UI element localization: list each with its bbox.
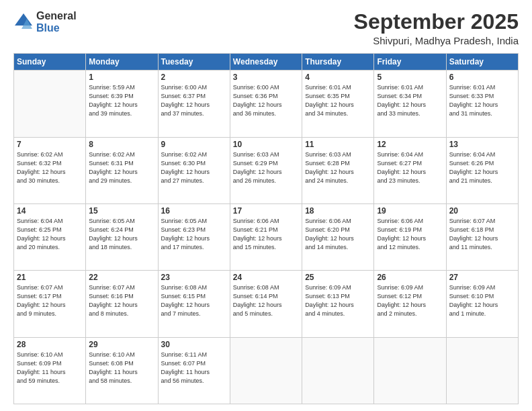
calendar-table: SundayMondayTuesdayWednesdayThursdayFrid… xyxy=(13,53,519,404)
day-number: 8 xyxy=(89,140,154,149)
calendar-cell: 11Sunrise: 6:03 AM Sunset: 6:28 PM Dayli… xyxy=(302,137,374,203)
day-info: Sunrise: 6:02 AM Sunset: 6:30 PM Dayligh… xyxy=(161,150,227,185)
calendar-cell: 27Sunrise: 6:09 AM Sunset: 6:10 PM Dayli… xyxy=(446,271,518,337)
day-info: Sunrise: 6:08 AM Sunset: 6:14 PM Dayligh… xyxy=(233,283,299,318)
day-number: 28 xyxy=(17,340,83,349)
calendar-header-sunday: Sunday xyxy=(14,54,86,71)
calendar-cell: 16Sunrise: 6:05 AM Sunset: 6:23 PM Dayli… xyxy=(158,203,230,270)
day-number: 17 xyxy=(233,206,299,216)
day-number: 6 xyxy=(449,73,515,82)
week-row-3: 14Sunrise: 6:04 AM Sunset: 6:25 PM Dayli… xyxy=(14,203,519,270)
calendar-header-saturday: Saturday xyxy=(446,54,518,71)
day-info: Sunrise: 6:01 AM Sunset: 6:33 PM Dayligh… xyxy=(449,83,515,118)
day-number: 4 xyxy=(305,73,371,82)
calendar-cell: 7Sunrise: 6:02 AM Sunset: 6:32 PM Daylig… xyxy=(14,137,86,203)
calendar-header-wednesday: Wednesday xyxy=(230,54,302,71)
calendar-cell: 12Sunrise: 6:04 AM Sunset: 6:27 PM Dayli… xyxy=(374,137,446,203)
day-number: 23 xyxy=(161,273,227,282)
day-number: 29 xyxy=(89,340,154,349)
calendar-cell: 3Sunrise: 6:00 AM Sunset: 6:36 PM Daylig… xyxy=(230,71,302,137)
calendar-cell: 15Sunrise: 6:05 AM Sunset: 6:24 PM Dayli… xyxy=(86,203,158,270)
logo: General Blue xyxy=(13,10,77,34)
calendar-cell xyxy=(302,337,374,404)
calendar-cell: 25Sunrise: 6:09 AM Sunset: 6:13 PM Dayli… xyxy=(302,271,374,337)
day-info: Sunrise: 5:59 AM Sunset: 6:39 PM Dayligh… xyxy=(89,83,154,118)
day-number: 19 xyxy=(377,206,443,216)
day-number: 7 xyxy=(17,140,83,149)
day-number: 27 xyxy=(449,273,515,282)
calendar-cell: 29Sunrise: 6:10 AM Sunset: 6:08 PM Dayli… xyxy=(86,337,158,404)
day-info: Sunrise: 6:04 AM Sunset: 6:26 PM Dayligh… xyxy=(449,150,515,185)
week-row-4: 21Sunrise: 6:07 AM Sunset: 6:17 PM Dayli… xyxy=(14,271,519,337)
day-number: 5 xyxy=(377,73,443,82)
calendar-cell: 10Sunrise: 6:03 AM Sunset: 6:29 PM Dayli… xyxy=(230,137,302,203)
calendar-cell: 23Sunrise: 6:08 AM Sunset: 6:15 PM Dayli… xyxy=(158,271,230,337)
day-number: 20 xyxy=(449,206,515,216)
day-number: 2 xyxy=(161,73,227,82)
calendar-cell: 22Sunrise: 6:07 AM Sunset: 6:16 PM Dayli… xyxy=(86,271,158,337)
day-info: Sunrise: 6:07 AM Sunset: 6:16 PM Dayligh… xyxy=(89,283,154,318)
calendar-cell: 13Sunrise: 6:04 AM Sunset: 6:26 PM Dayli… xyxy=(446,137,518,203)
day-info: Sunrise: 6:02 AM Sunset: 6:32 PM Dayligh… xyxy=(17,150,83,185)
day-info: Sunrise: 6:07 AM Sunset: 6:18 PM Dayligh… xyxy=(449,217,515,252)
day-number: 25 xyxy=(305,273,371,282)
logo-icon xyxy=(13,12,34,32)
calendar-cell xyxy=(230,337,302,404)
calendar-body: 1Sunrise: 5:59 AM Sunset: 6:39 PM Daylig… xyxy=(14,71,519,404)
week-row-5: 28Sunrise: 6:10 AM Sunset: 6:09 PM Dayli… xyxy=(14,337,519,404)
calendar-cell: 8Sunrise: 6:02 AM Sunset: 6:31 PM Daylig… xyxy=(86,137,158,203)
day-number: 3 xyxy=(233,73,299,82)
header: General Blue September 2025 Shivpuri, Ma… xyxy=(13,10,519,46)
calendar-cell xyxy=(14,71,86,137)
day-info: Sunrise: 6:09 AM Sunset: 6:13 PM Dayligh… xyxy=(305,283,371,318)
day-number: 26 xyxy=(377,273,443,282)
calendar-cell: 26Sunrise: 6:09 AM Sunset: 6:12 PM Dayli… xyxy=(374,271,446,337)
day-number: 30 xyxy=(161,340,227,349)
day-number: 13 xyxy=(449,140,515,149)
calendar-cell: 5Sunrise: 6:01 AM Sunset: 6:34 PM Daylig… xyxy=(374,71,446,137)
week-row-1: 1Sunrise: 5:59 AM Sunset: 6:39 PM Daylig… xyxy=(14,71,519,137)
month-title: September 2025 xyxy=(354,10,519,34)
day-number: 1 xyxy=(89,73,154,82)
day-info: Sunrise: 6:01 AM Sunset: 6:35 PM Dayligh… xyxy=(305,83,371,118)
calendar-cell: 19Sunrise: 6:06 AM Sunset: 6:19 PM Dayli… xyxy=(374,203,446,270)
calendar-cell: 1Sunrise: 5:59 AM Sunset: 6:39 PM Daylig… xyxy=(86,71,158,137)
day-number: 12 xyxy=(377,140,443,149)
page: General Blue September 2025 Shivpuri, Ma… xyxy=(0,0,532,411)
day-info: Sunrise: 6:04 AM Sunset: 6:27 PM Dayligh… xyxy=(377,150,443,185)
calendar-header-tuesday: Tuesday xyxy=(158,54,230,71)
logo-general: General xyxy=(36,10,77,22)
calendar-cell: 17Sunrise: 6:06 AM Sunset: 6:21 PM Dayli… xyxy=(230,203,302,270)
day-info: Sunrise: 6:11 AM Sunset: 6:07 PM Dayligh… xyxy=(161,351,227,385)
day-info: Sunrise: 6:06 AM Sunset: 6:21 PM Dayligh… xyxy=(233,217,299,252)
day-info: Sunrise: 6:05 AM Sunset: 6:24 PM Dayligh… xyxy=(89,217,154,252)
day-number: 21 xyxy=(17,273,83,282)
calendar-cell: 2Sunrise: 6:00 AM Sunset: 6:37 PM Daylig… xyxy=(158,71,230,137)
day-info: Sunrise: 6:00 AM Sunset: 6:36 PM Dayligh… xyxy=(233,83,299,118)
day-info: Sunrise: 6:10 AM Sunset: 6:08 PM Dayligh… xyxy=(89,351,154,385)
day-info: Sunrise: 6:09 AM Sunset: 6:10 PM Dayligh… xyxy=(449,283,515,318)
day-info: Sunrise: 6:09 AM Sunset: 6:12 PM Dayligh… xyxy=(377,283,443,318)
calendar-cell: 21Sunrise: 6:07 AM Sunset: 6:17 PM Dayli… xyxy=(14,271,86,337)
title-block: September 2025 Shivpuri, Madhya Pradesh,… xyxy=(354,10,519,46)
day-number: 18 xyxy=(305,206,371,216)
calendar-cell: 6Sunrise: 6:01 AM Sunset: 6:33 PM Daylig… xyxy=(446,71,518,137)
calendar-cell: 18Sunrise: 6:06 AM Sunset: 6:20 PM Dayli… xyxy=(302,203,374,270)
calendar-cell: 9Sunrise: 6:02 AM Sunset: 6:30 PM Daylig… xyxy=(158,137,230,203)
day-info: Sunrise: 6:00 AM Sunset: 6:37 PM Dayligh… xyxy=(161,83,227,118)
calendar-header-friday: Friday xyxy=(374,54,446,71)
day-number: 9 xyxy=(161,140,227,149)
svg-marker-0 xyxy=(15,13,32,26)
calendar-cell: 14Sunrise: 6:04 AM Sunset: 6:25 PM Dayli… xyxy=(14,203,86,270)
day-info: Sunrise: 6:06 AM Sunset: 6:20 PM Dayligh… xyxy=(305,217,371,252)
day-number: 22 xyxy=(89,273,154,282)
calendar-cell: 24Sunrise: 6:08 AM Sunset: 6:14 PM Dayli… xyxy=(230,271,302,337)
day-number: 14 xyxy=(17,206,83,216)
calendar-cell: 28Sunrise: 6:10 AM Sunset: 6:09 PM Dayli… xyxy=(14,337,86,404)
day-info: Sunrise: 6:03 AM Sunset: 6:29 PM Dayligh… xyxy=(233,150,299,185)
day-number: 16 xyxy=(161,206,227,216)
day-number: 10 xyxy=(233,140,299,149)
calendar-cell: 20Sunrise: 6:07 AM Sunset: 6:18 PM Dayli… xyxy=(446,203,518,270)
day-info: Sunrise: 6:05 AM Sunset: 6:23 PM Dayligh… xyxy=(161,217,227,252)
day-number: 24 xyxy=(233,273,299,282)
